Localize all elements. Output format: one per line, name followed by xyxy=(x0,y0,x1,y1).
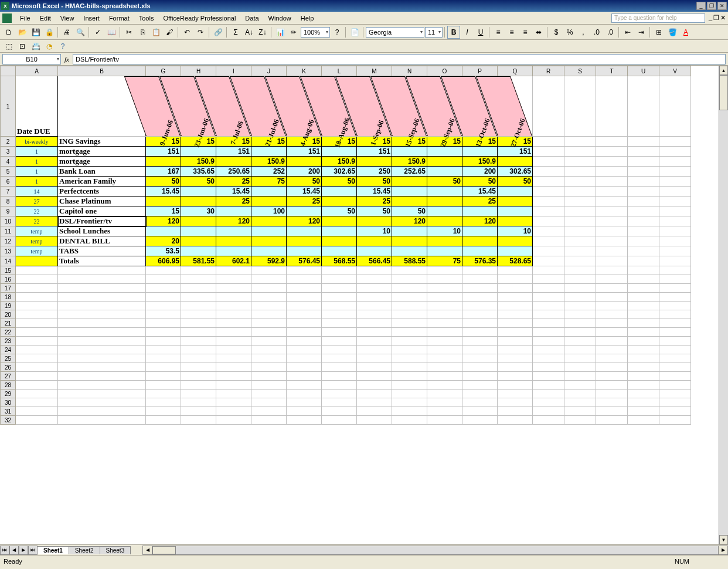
cell-G9[interactable]: 15 xyxy=(146,206,181,216)
cell-P12[interactable] xyxy=(462,236,498,246)
cell-r26c3[interactable] xyxy=(181,363,216,372)
cell-Q14[interactable]: 528.65 xyxy=(498,256,533,266)
cell-N10[interactable]: 120 xyxy=(392,216,427,226)
cell-I7[interactable]: 15.45 xyxy=(216,187,251,197)
cell-r16c0[interactable] xyxy=(16,275,58,284)
horizontal-scrollbar[interactable]: ◀ ▶ xyxy=(142,546,728,555)
cell-O4[interactable] xyxy=(427,157,462,167)
cell-r21c3[interactable] xyxy=(181,319,216,328)
col-header-J[interactable]: J xyxy=(251,66,287,76)
cell-r24c2[interactable] xyxy=(146,346,181,354)
cell-J6[interactable]: 75 xyxy=(251,177,287,187)
cell-r22c3[interactable] xyxy=(181,328,216,337)
cell-I9[interactable] xyxy=(216,206,251,216)
cell-r27c5[interactable] xyxy=(251,372,287,381)
cell-r22c15[interactable] xyxy=(596,328,628,337)
cell-r29c15[interactable] xyxy=(596,390,628,398)
cell-r15c16[interactable] xyxy=(628,266,659,275)
cell-empty-7-3[interactable] xyxy=(628,187,659,197)
cell-r26c14[interactable] xyxy=(564,363,596,372)
cell-r16c16[interactable] xyxy=(628,275,659,284)
cell-r26c7[interactable] xyxy=(322,363,357,372)
tab-sheet2[interactable]: Sheet2 xyxy=(69,546,100,554)
cell-empty-11-3[interactable] xyxy=(628,226,659,236)
cell-r15c6[interactable] xyxy=(287,266,322,275)
cell-r27c13[interactable] xyxy=(533,372,564,381)
cell-r26c6[interactable] xyxy=(287,363,322,372)
cell-r19c13[interactable] xyxy=(533,302,564,310)
cell-r23c5[interactable] xyxy=(251,337,287,346)
cell-r24c12[interactable] xyxy=(498,346,533,354)
menu-data[interactable]: Data xyxy=(240,13,263,23)
cell-r20c16[interactable] xyxy=(628,310,659,319)
cell-empty-3-2[interactable] xyxy=(596,147,628,157)
cell-r20c4[interactable] xyxy=(216,310,251,319)
cell-empty-10-0[interactable] xyxy=(533,216,564,226)
cell-r30c1[interactable] xyxy=(58,398,146,407)
cell-r19c9[interactable] xyxy=(392,302,427,310)
menu-format[interactable]: Format xyxy=(104,13,134,23)
cell-O14[interactable]: 75 xyxy=(427,256,462,266)
tb2-icon-5[interactable]: ? xyxy=(56,40,69,53)
cell-H8[interactable] xyxy=(181,197,216,206)
cell-B7[interactable]: Perfectcents xyxy=(58,187,146,197)
cell-r18c2[interactable] xyxy=(146,293,181,302)
menu-tools[interactable]: Tools xyxy=(134,13,159,23)
cell-empty-9-4[interactable] xyxy=(659,206,691,216)
new-icon[interactable]: 🗋 xyxy=(2,26,15,39)
cell-empty-14-1[interactable] xyxy=(564,256,596,266)
cell-r26c10[interactable] xyxy=(427,363,462,372)
readmode-icon[interactable]: 📄 xyxy=(348,26,361,39)
cell-empty-11-2[interactable] xyxy=(596,226,628,236)
cell-r17c7[interactable] xyxy=(322,284,357,293)
font-color-icon[interactable]: A xyxy=(679,26,692,39)
cell-r18c5[interactable] xyxy=(251,293,287,302)
cell-r28c3[interactable] xyxy=(181,381,216,390)
cell-J12[interactable] xyxy=(251,236,287,246)
row-header-14[interactable]: 14 xyxy=(1,256,16,266)
cell-K5[interactable]: 200 xyxy=(287,167,322,177)
cell-empty-10-2[interactable] xyxy=(596,216,628,226)
cell-r16c12[interactable] xyxy=(498,275,533,284)
cell-r20c1[interactable] xyxy=(58,310,146,319)
cell-empty-11-1[interactable] xyxy=(564,226,596,236)
cell-r24c17[interactable] xyxy=(659,346,691,354)
cell-empty-13-2[interactable] xyxy=(596,246,628,256)
cell-r28c9[interactable] xyxy=(392,381,427,390)
cell-r25c11[interactable] xyxy=(462,354,498,363)
open-icon[interactable]: 📂 xyxy=(16,26,29,39)
cell-I12[interactable] xyxy=(216,236,251,246)
cell-r15c1[interactable] xyxy=(58,266,146,275)
cell-empty-13-1[interactable] xyxy=(564,246,596,256)
cell-r25c17[interactable] xyxy=(659,354,691,363)
cell-r17c5[interactable] xyxy=(251,284,287,293)
cell-M6[interactable]: 50 xyxy=(357,177,392,187)
row-header-3[interactable]: 3 xyxy=(1,147,16,157)
cell-r24c4[interactable] xyxy=(216,346,251,354)
cell-r24c14[interactable] xyxy=(564,346,596,354)
italic-button[interactable]: I xyxy=(461,26,474,39)
cell-K7[interactable]: 15.45 xyxy=(287,187,322,197)
cell-empty-2-3[interactable] xyxy=(628,137,659,147)
cell-r16c2[interactable] xyxy=(146,275,181,284)
increase-decimal-icon[interactable]: .0 xyxy=(590,26,603,39)
cell-G12[interactable]: 20 xyxy=(146,236,181,246)
cell-r19c1[interactable] xyxy=(58,302,146,310)
cell-r31c8[interactable] xyxy=(357,407,392,416)
cell-empty-8-0[interactable] xyxy=(533,197,564,206)
row-header-12[interactable]: 12 xyxy=(1,236,16,246)
cell-Q4[interactable] xyxy=(498,157,533,167)
cell-N13[interactable] xyxy=(392,246,427,256)
cell-r16c8[interactable] xyxy=(357,275,392,284)
fontsize-select[interactable]: 11 xyxy=(425,27,443,38)
cell-r16c1[interactable] xyxy=(58,275,146,284)
cell-A4[interactable]: 1 xyxy=(16,157,58,167)
cell-G3[interactable]: 151 xyxy=(146,147,181,157)
cell-empty-5-0[interactable] xyxy=(533,167,564,177)
cell-r17c8[interactable] xyxy=(357,284,392,293)
cell-r28c8[interactable] xyxy=(357,381,392,390)
cell-r16c14[interactable] xyxy=(564,275,596,284)
cell-O12[interactable] xyxy=(427,236,462,246)
cell-r29c9[interactable] xyxy=(392,390,427,398)
cell-M9[interactable]: 50 xyxy=(357,206,392,216)
